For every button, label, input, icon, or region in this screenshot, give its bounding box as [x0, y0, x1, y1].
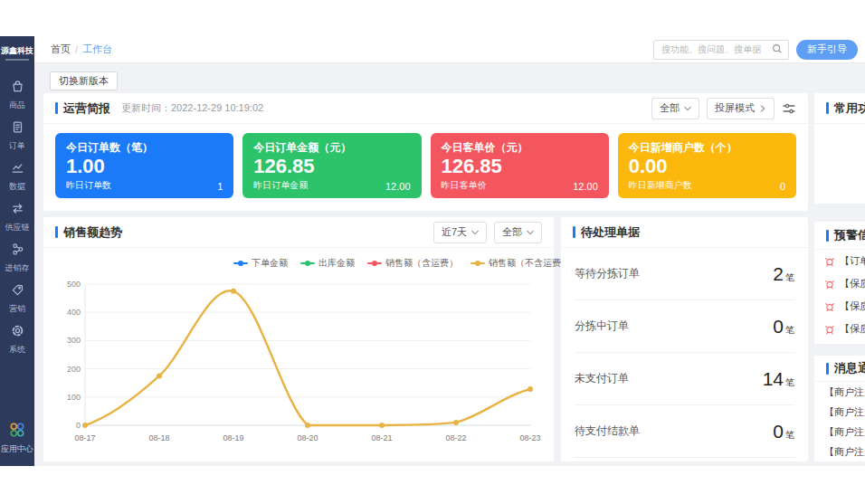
- sidebar-item-inventory[interactable]: 进销存: [5, 242, 30, 274]
- sidebar-item-data[interactable]: 数据: [9, 160, 25, 193]
- stat-card-sub-label: 昨日客单价: [442, 179, 487, 192]
- sidebar-item-system[interactable]: 系统: [9, 323, 25, 356]
- sales-title: 销售额趋势: [63, 224, 122, 241]
- svg-text:08-20: 08-20: [297, 433, 318, 442]
- share-nodes-icon: [10, 242, 25, 261]
- sidebar-item-goods[interactable]: 商品: [9, 79, 25, 111]
- alert-item[interactable]: 【保质期】: [814, 272, 865, 295]
- breadcrumb-home[interactable]: 首页: [51, 43, 71, 56]
- sidebar-item-supply-chain[interactable]: 供应链: [5, 201, 30, 233]
- sidebar-item-label: 订单: [9, 140, 25, 152]
- message-notice-panel: 消息通知 【商户注册】 【商户注册】 【商户注册】 【商户注册】: [814, 356, 865, 461]
- message-item[interactable]: 【商户注册】: [814, 422, 865, 442]
- panel-title: 销售额趋势: [55, 224, 122, 241]
- sidebar-item-label: 商品: [9, 100, 25, 111]
- bag-icon: [10, 79, 25, 98]
- stat-card-today-avg-price: 今日客单价（元） 126.85 昨日客单价12.00: [431, 133, 609, 198]
- stat-card-sub-label: 昨日订单数: [66, 179, 111, 192]
- pending-row-label: 待支付结款单: [575, 423, 640, 439]
- sidebar-item-label: 系统: [9, 344, 25, 356]
- alert-item[interactable]: 【保质期】: [814, 318, 865, 340]
- title-accent-bar: [55, 102, 58, 114]
- message-text: 【商户注册】: [824, 405, 865, 419]
- sales-trend-panel: 销售额趋势 近7天 全部 下单金额: [43, 217, 554, 461]
- alert-item[interactable]: 【订单】: [814, 250, 865, 272]
- brief-scope-select[interactable]: 全部: [651, 98, 699, 119]
- svg-text:08-19: 08-19: [223, 433, 243, 442]
- pending-row-unpaid-orders[interactable]: 未支付订单 14笔: [575, 353, 794, 405]
- message-text: 【商户注册】: [824, 385, 865, 399]
- svg-text:08-22: 08-22: [445, 433, 466, 442]
- pending-row-value: 0: [773, 316, 784, 338]
- legend-label: 出库金额: [318, 257, 355, 270]
- title-accent-bar: [55, 226, 58, 238]
- panel-title: 待处理单据: [573, 224, 640, 241]
- legend-item-order-amount[interactable]: 下单金额: [233, 257, 288, 270]
- switch-version-button[interactable]: 切换新版本: [50, 71, 118, 90]
- cast-mode-button[interactable]: 投屏模式: [707, 98, 775, 119]
- chevron-down-icon: [527, 229, 534, 236]
- pending-documents-panel: 待处理单据 等待分拣订单 2笔 分拣中订单 0笔 未支付订单 14笔 待支付结款…: [561, 217, 808, 461]
- pending-row-unpaid-settlement[interactable]: 待支付结款单 0笔: [575, 405, 794, 458]
- pending-title-row: 待处理单据: [561, 217, 808, 248]
- message-item[interactable]: 【商户注册】: [814, 382, 865, 402]
- sidebar-item-label: 进销存: [5, 262, 30, 274]
- stat-card-sub-label: 昨日订单金额: [253, 179, 308, 192]
- sales-scope-select[interactable]: 全部: [494, 222, 542, 243]
- pending-row-label: 分拣中订单: [575, 319, 629, 334]
- pending-row-unit: 笔: [785, 429, 794, 442]
- order-doc-icon: [10, 119, 25, 138]
- legend-label: 销售额（含运费）: [385, 257, 458, 270]
- message-item[interactable]: 【商户注册】: [814, 442, 865, 461]
- pending-row-unit: 笔: [785, 271, 794, 284]
- pending-row-sorting[interactable]: 分拣中订单 0笔: [575, 300, 794, 353]
- pending-row-unit: 笔: [785, 324, 794, 337]
- chart-legend: 下单金额 出库金额 销售额（含运费） 销售额（不含运费）: [233, 257, 554, 270]
- tune-icon[interactable]: [782, 101, 796, 116]
- dashboard-page: 源鑫科技 商品 订单 数据 供应链 进销存: [0, 0, 865, 504]
- legend-label: 销售额（不含运费）: [489, 257, 570, 270]
- message-item[interactable]: 【商户注册】: [814, 402, 865, 422]
- sidebar-item-orders[interactable]: 订单: [9, 119, 25, 152]
- svg-text:08-23: 08-23: [519, 433, 540, 442]
- legend-item-outbound-amount[interactable]: 出库金额: [300, 257, 355, 270]
- topbar: 首页 / 工作台 新手引导: [34, 36, 865, 63]
- legend-marker: [471, 261, 485, 266]
- alert-item[interactable]: 【保质期】: [814, 295, 865, 318]
- price-tag-icon: [10, 282, 25, 301]
- stat-card-sub-value: 1: [217, 181, 223, 192]
- panel-title: 预警信息: [826, 227, 865, 243]
- search-input[interactable]: [660, 43, 772, 55]
- pending-row-value: 2: [773, 263, 784, 285]
- logo-subtitle: [5, 59, 29, 61]
- search-box[interactable]: [653, 40, 789, 60]
- stat-card-sub-value: 0: [780, 181, 785, 192]
- newbie-guide-button[interactable]: 新手引导: [796, 40, 858, 60]
- panel-title: 常用功能: [826, 100, 865, 117]
- brief-controls: 全部 投屏模式: [651, 98, 796, 119]
- stat-cards: 今日订单数（笔） 1.00 昨日订单数1 今日订单金额（元） 126.85 昨日…: [55, 133, 796, 198]
- sidebar: 源鑫科技 商品 订单 数据 供应链 进销存: [0, 36, 34, 466]
- stat-card-value: 126.85: [442, 156, 598, 177]
- topbar-right: 新手引导: [653, 40, 858, 60]
- brief-title-row: 运营简报 更新时间：2022-12-29 10:19:02 全部 投屏模式: [43, 93, 808, 124]
- sidebar-item-app-center[interactable]: 应用中心: [1, 422, 33, 455]
- messages-title-row: 消息通知: [814, 356, 865, 382]
- legend-marker: [367, 261, 382, 266]
- stat-card-today-order-amount: 今日订单金额（元） 126.85 昨日订单金额12.00: [242, 133, 421, 198]
- common-title-row: 常用功能: [814, 93, 865, 124]
- warning-info-panel: 预警信息 【订单】 【保质期】 【保质期】 【保质期】: [814, 222, 865, 344]
- pending-row-label: 未支付订单: [575, 371, 629, 386]
- range-select[interactable]: 近7天: [433, 222, 487, 243]
- legend-item-sales-with-shipping[interactable]: 销售额（含运费）: [367, 257, 458, 270]
- pending-row-awaiting-sorting[interactable]: 等待分拣订单 2笔: [575, 248, 794, 300]
- pending-row-unit: 笔: [785, 376, 794, 389]
- four-circles-icon: [9, 422, 25, 442]
- legend-item-sales-without-shipping[interactable]: 销售额（不含运费）: [471, 257, 570, 270]
- panel-title: 消息通知: [826, 360, 865, 376]
- svg-text:400: 400: [67, 308, 81, 317]
- stat-card-value: 1.00: [66, 156, 223, 177]
- alert-text: 【订单】: [840, 254, 865, 268]
- search-icon[interactable]: [772, 42, 783, 58]
- sidebar-item-marketing[interactable]: 营销: [9, 282, 25, 315]
